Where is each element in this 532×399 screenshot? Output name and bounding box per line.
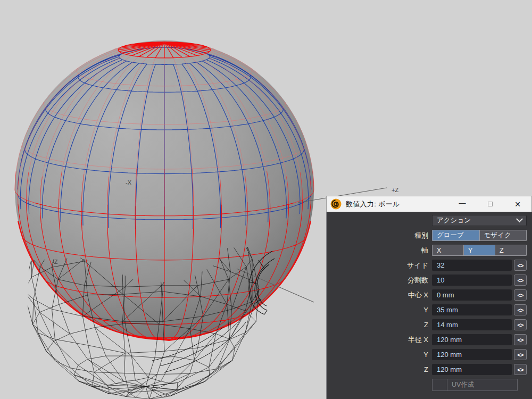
radius-y-label: Y: [423, 351, 428, 359]
center-y-label: Y: [423, 306, 428, 314]
sides-stepper[interactable]: <>: [514, 260, 527, 271]
radius-x-label: 半径 X: [408, 335, 428, 345]
row-center-x: 中心 X0 mm<>: [327, 289, 532, 301]
divisions-label: 分割数: [408, 276, 428, 285]
row-sides: サイド32<>: [327, 260, 532, 271]
row-type: 種別グローブモザイク: [327, 230, 532, 241]
action-dropdown[interactable]: アクション: [432, 215, 527, 226]
center-x-field[interactable]: 0 mm: [432, 289, 512, 301]
axis-label-plus-z: +Z: [392, 187, 398, 193]
close-icon: ✕: [514, 201, 521, 208]
axis-label-minus-z: -Z: [52, 259, 58, 265]
dialog-title: 数値入力: ボール: [346, 200, 400, 209]
axis-option-Y[interactable]: Y: [464, 245, 495, 255]
metasequoia-app-icon: [330, 198, 342, 210]
axis-label: 軸: [421, 246, 428, 255]
row-divisions: 分割数10<>: [327, 275, 532, 286]
type-option-モザイク[interactable]: モザイク: [480, 230, 527, 240]
center-z-label: Z: [424, 321, 428, 329]
numeric-input-dialog: 数値入力: ボール — ✕ アクション 種別グローブモザイク軸XYZサイド32<…: [326, 196, 532, 399]
center-x-label: 中心 X: [408, 290, 428, 300]
type-option-グローブ[interactable]: グローブ: [433, 230, 480, 240]
uv-create-label: UV作成: [452, 380, 474, 389]
axis-option-X[interactable]: X: [433, 245, 464, 255]
row-center-z: Z14 mm<>: [327, 319, 532, 330]
row-axis: 軸XYZ: [327, 245, 532, 256]
divisions-stepper[interactable]: <>: [514, 275, 527, 286]
sides-label: サイド: [407, 261, 428, 270]
chevron-down-icon: [516, 215, 523, 222]
center-z-stepper[interactable]: <>: [514, 319, 527, 330]
sides-field[interactable]: 32: [432, 260, 512, 271]
radius-z-stepper[interactable]: <>: [514, 364, 527, 375]
radius-y-field[interactable]: 120 mm: [432, 349, 512, 360]
center-y-stepper[interactable]: <>: [514, 304, 527, 315]
row-radius-y: Y120 mm<>: [327, 349, 532, 360]
row-radius-z: Z120 mm<>: [327, 364, 532, 375]
row-action: アクション: [327, 215, 532, 226]
axis-segmented: XYZ: [432, 245, 527, 256]
row-uv: UV作成: [327, 379, 532, 391]
close-button[interactable]: ✕: [504, 196, 531, 212]
row-radius-x: 半径 X120 mm<>: [327, 334, 532, 345]
divisions-field[interactable]: 10: [432, 275, 512, 286]
type-label: 種別: [414, 231, 428, 240]
type-segmented: グローブモザイク: [432, 230, 527, 241]
center-z-field[interactable]: 14 mm: [432, 319, 512, 330]
minimize-button[interactable]: —: [448, 196, 476, 212]
center-y-field[interactable]: 35 mm: [432, 304, 512, 315]
uv-checkbox[interactable]: [433, 379, 447, 390]
axis-label-minus-x: -X: [126, 179, 132, 186]
uv-create-button[interactable]: UV作成: [432, 379, 518, 391]
radius-z-label: Z: [424, 365, 428, 373]
center-x-stepper[interactable]: <>: [514, 289, 527, 301]
radius-z-field[interactable]: 120 mm: [432, 364, 512, 375]
radius-y-stepper[interactable]: <>: [514, 349, 527, 360]
maximize-button[interactable]: [476, 196, 504, 212]
minimize-icon: —: [459, 200, 466, 206]
dialog-panel: アクション 種別グローブモザイク軸XYZサイド32<>分割数10<>中心 X0 …: [326, 212, 532, 399]
radius-x-stepper[interactable]: <>: [514, 334, 527, 345]
row-center-y: Y35 mm<>: [327, 304, 532, 315]
dialog-titlebar[interactable]: 数値入力: ボール — ✕: [326, 196, 532, 212]
action-dropdown-value: アクション: [437, 216, 471, 225]
maximize-icon: [488, 202, 493, 206]
axis-option-Z[interactable]: Z: [495, 245, 526, 255]
radius-x-field[interactable]: 120 mm: [432, 334, 512, 345]
